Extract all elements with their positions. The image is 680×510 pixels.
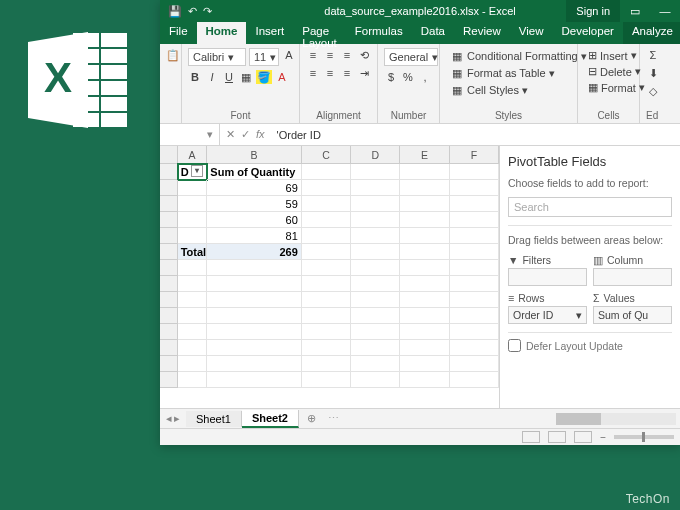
number-format-select[interactable]: General▾ [384,48,438,66]
sheet-tab-2[interactable]: Sheet2 [242,410,299,428]
conditional-formatting-button[interactable]: ▦Conditional Formatting ▾ [446,48,591,64]
cell[interactable] [207,372,302,388]
redo-icon[interactable]: ↷ [203,5,212,18]
ribbon-options-icon[interactable]: ▭ [620,0,650,22]
cell[interactable]: 81 [207,228,302,244]
cell[interactable] [302,260,351,276]
cell[interactable] [400,212,449,228]
orientation-icon[interactable]: ⟲ [357,48,371,62]
cell[interactable] [178,308,208,324]
tab-insert[interactable]: Insert [246,22,293,44]
undo-icon[interactable]: ↶ [188,5,197,18]
align-middle-icon[interactable]: ≡ [323,48,337,62]
cell[interactable] [400,260,449,276]
cell[interactable] [178,276,208,292]
row-header[interactable] [160,228,178,244]
cell[interactable] [400,308,449,324]
cell[interactable] [351,212,400,228]
cell[interactable] [400,292,449,308]
row-header[interactable] [160,292,178,308]
tab-file[interactable]: File [160,22,197,44]
cell[interactable] [450,372,499,388]
cell[interactable] [302,308,351,324]
cell[interactable] [302,228,351,244]
cell-b1[interactable]: Sum of Quantity [207,164,302,180]
cell[interactable] [302,356,351,372]
cell[interactable] [207,292,302,308]
cancel-formula-icon[interactable]: ✕ [226,128,235,141]
cell[interactable] [351,292,400,308]
row-header[interactable] [160,324,178,340]
cell[interactable] [351,164,400,180]
autosum-icon[interactable]: Σ [646,48,660,62]
view-page-layout-icon[interactable] [548,431,566,443]
row-header[interactable] [160,260,178,276]
view-page-break-icon[interactable] [574,431,592,443]
cell[interactable] [178,340,208,356]
col-header-d[interactable]: D [351,146,400,164]
row-header[interactable] [160,372,178,388]
cell[interactable] [302,372,351,388]
save-icon[interactable]: 💾 [168,5,182,18]
fill-icon[interactable]: ⬇ [646,66,660,80]
bold-button[interactable]: B [188,70,202,84]
tab-home[interactable]: Home [197,22,247,44]
tab-formulas[interactable]: Formulas [346,22,412,44]
cell[interactable] [178,180,208,196]
select-all-corner[interactable] [160,146,178,164]
name-box[interactable]: ▾ [160,124,220,145]
cell[interactable] [450,228,499,244]
row-header[interactable] [160,180,178,196]
row-header[interactable] [160,212,178,228]
italic-button[interactable]: I [205,70,219,84]
cell[interactable] [351,356,400,372]
font-color-icon[interactable]: A [275,70,289,84]
font-name-select[interactable]: Calibri▾ [188,48,246,66]
minimize-icon[interactable]: — [650,0,680,22]
cell[interactable]: 60 [207,212,302,228]
paste-icon[interactable]: 📋 [166,48,180,62]
cell[interactable] [302,340,351,356]
cell[interactable] [450,276,499,292]
cell-a1[interactable]: D▾ [178,164,208,180]
cell[interactable] [302,276,351,292]
pivot-values-area[interactable]: ΣValues Sum of Qu [593,292,672,324]
comma-icon[interactable]: , [418,70,432,84]
cell[interactable] [400,340,449,356]
row-header[interactable] [160,308,178,324]
fx-icon[interactable]: fx [256,128,265,141]
col-header-c[interactable]: C [302,146,351,164]
cell[interactable] [207,276,302,292]
cell[interactable] [351,324,400,340]
cell[interactable] [351,308,400,324]
cell[interactable] [178,212,208,228]
cell[interactable] [400,228,449,244]
cell[interactable] [207,308,302,324]
col-header-a[interactable]: A [178,146,208,164]
pivot-filters-area[interactable]: ▼Filters [508,254,587,286]
cell[interactable]: 69 [207,180,302,196]
zoom-out-icon[interactable]: − [600,432,606,443]
col-header-b[interactable]: B [207,146,302,164]
cell[interactable] [178,372,208,388]
cell[interactable]: 59 [207,196,302,212]
cell[interactable] [450,292,499,308]
cell[interactable] [178,324,208,340]
cell[interactable] [450,356,499,372]
cell[interactable] [400,324,449,340]
tab-view[interactable]: View [510,22,553,44]
cell[interactable] [450,340,499,356]
currency-icon[interactable]: $ [384,70,398,84]
cell[interactable] [351,228,400,244]
cell-total-label[interactable]: Total [178,244,208,260]
cell[interactable] [450,180,499,196]
cell[interactable] [302,196,351,212]
cell[interactable] [178,292,208,308]
cell[interactable] [351,340,400,356]
cell[interactable] [178,228,208,244]
align-center-icon[interactable]: ≡ [323,66,337,80]
cell[interactable] [178,260,208,276]
sheet-nav-next-icon[interactable]: ▸ [174,412,180,425]
cell[interactable] [178,196,208,212]
cell[interactable] [178,356,208,372]
